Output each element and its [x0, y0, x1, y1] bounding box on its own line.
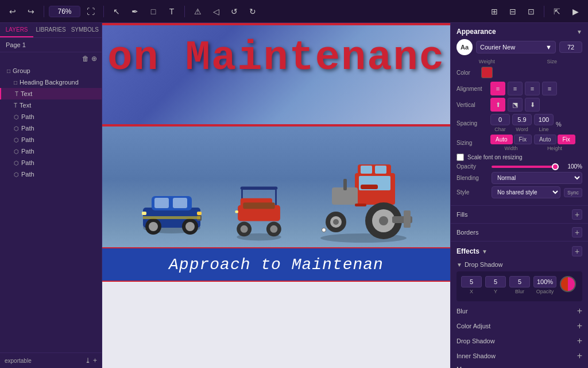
add-drop-shadow2-btn[interactable]: +	[577, 336, 582, 346]
mirror-tool[interactable]: ◁	[208, 3, 224, 20]
width-fix-btn[interactable]: Fix	[514, 135, 532, 144]
play-btn[interactable]: ▶	[567, 3, 583, 20]
tab-layers[interactable]: LAYERS	[0, 23, 33, 37]
more-btn[interactable]: ⊡	[523, 3, 539, 20]
delete-layer-btn[interactable]: 🗑	[82, 55, 89, 63]
svg-rect-9	[142, 212, 146, 215]
style-select[interactable]: No shared style	[492, 186, 560, 198]
add-color-adjust-btn[interactable]: +	[577, 321, 582, 331]
grid-btn[interactable]: ⊟	[505, 3, 521, 20]
blending-select[interactable]: Normal	[492, 172, 582, 184]
vertical-middle-btn[interactable]: ⬔	[508, 98, 523, 112]
layer-path5[interactable]: ⬡ Path	[0, 157, 102, 168]
path5-icon: ⬡	[14, 160, 19, 166]
opacity-slider[interactable]	[492, 166, 559, 168]
add-fill-btn[interactable]: +	[572, 209, 582, 220]
text-tool[interactable]: T	[164, 3, 180, 20]
more-label: More	[457, 366, 471, 368]
font-name: Courier New	[480, 44, 515, 51]
font-icon: Aa	[457, 39, 473, 55]
layer-text1[interactable]: T Text	[0, 88, 102, 99]
align-left-btn[interactable]: ≡	[490, 82, 505, 95]
export-btn[interactable]: ⇱	[549, 3, 565, 20]
vertical-bottom-btn[interactable]: ⬇	[525, 98, 540, 112]
canvas-area[interactable]: on Maintenanc	[102, 23, 450, 368]
layer-path2[interactable]: ⬡ Path	[0, 122, 102, 134]
font-size-input[interactable]	[559, 41, 582, 53]
char-label: Char	[494, 126, 506, 132]
golf-cart-svg	[230, 176, 288, 245]
text1-icon: T	[15, 91, 18, 97]
layer-text2[interactable]: T Text	[0, 99, 102, 111]
tab-symbols[interactable]: SYMBOLS	[68, 23, 102, 37]
word-spacing-input[interactable]	[512, 114, 532, 125]
align-right-btn[interactable]: ≡	[525, 82, 540, 95]
add-border-btn[interactable]: +	[572, 227, 582, 237]
ds-x-input[interactable]	[461, 276, 482, 288]
width-auto-btn[interactable]: Auto	[490, 135, 513, 144]
inner-shadow-row: Inner Shadow +	[457, 350, 582, 362]
ds-y-input[interactable]	[485, 276, 506, 288]
component-btn[interactable]: ⊞	[486, 3, 502, 20]
layer-heading-bg[interactable]: □ Heading Background	[0, 76, 102, 88]
svg-rect-29	[375, 166, 386, 174]
redo-button[interactable]: ↪	[23, 3, 39, 20]
svg-rect-12	[143, 216, 200, 219]
layer-path1[interactable]: ⬡ Path	[0, 111, 102, 122]
ds-y-label: Y	[494, 289, 497, 294]
page-label: Page 1	[6, 41, 26, 48]
color-swatch[interactable]	[481, 67, 493, 78]
more-layer-btn[interactable]: ⊕	[91, 55, 97, 63]
width-sz-label: Width	[504, 145, 517, 151]
vertical-top-btn[interactable]: ⬆	[490, 98, 505, 112]
char-spacing-input[interactable]	[490, 114, 510, 125]
scale-font-checkbox[interactable]	[457, 154, 464, 161]
height-auto-btn[interactable]: Auto	[534, 135, 556, 144]
select-tool[interactable]: ↖	[109, 3, 125, 20]
line-spacing-input[interactable]	[534, 114, 554, 125]
sync-button[interactable]: Sync	[564, 188, 582, 197]
selection-handle-top	[322, 228, 326, 232]
opacity-label: Opacity	[457, 163, 488, 170]
layer-group[interactable]: □ Group	[0, 65, 102, 76]
sizing-label: Sizing	[457, 140, 488, 146]
layer-path3[interactable]: ⬡ Path	[0, 134, 102, 145]
tab-libraries[interactable]: LIBRARIES	[33, 23, 68, 37]
font-selector[interactable]: Courier New ▼	[476, 41, 556, 53]
effects-title: Effects	[457, 247, 479, 255]
align-justify-btn[interactable]: ≡	[542, 82, 557, 95]
svg-point-21	[241, 225, 248, 233]
svg-rect-28	[361, 166, 372, 174]
height-fix-btn[interactable]: Fix	[558, 135, 575, 144]
alignment-label: Alignment	[457, 86, 488, 92]
svg-rect-42	[355, 204, 366, 206]
text2-icon: T	[14, 102, 17, 109]
sidebar: LAYERS LIBRARIES SYMBOLS Page 1 🗑 ⊕ □ Gr…	[0, 23, 102, 368]
export-layer-btn[interactable]: ⤓	[85, 356, 91, 365]
drop-shadow2-row: Drop Shadow +	[457, 335, 582, 347]
layers-list: □ Group □ Heading Background T Text T Te…	[0, 65, 102, 352]
ds-opacity-input[interactable]	[533, 276, 556, 288]
zoom-input[interactable]: 76%	[49, 6, 80, 17]
path1-icon: ⬡	[14, 114, 19, 120]
ds-blur-input[interactable]	[509, 276, 530, 288]
undo-button[interactable]: ↩	[5, 3, 21, 20]
add-layer-btn[interactable]: +	[93, 356, 97, 365]
rotate-ccw[interactable]: ↺	[226, 3, 242, 20]
shape-tool[interactable]: □	[145, 3, 161, 20]
size-label: Size	[522, 59, 583, 64]
drop-shadow-chevron[interactable]: ▼	[457, 262, 462, 268]
fit-button[interactable]: ⛶	[83, 3, 99, 20]
layer-path6[interactable]: ⬡ Path	[0, 168, 102, 180]
align-center-btn[interactable]: ≡	[508, 82, 523, 95]
add-blur-btn[interactable]: +	[577, 306, 582, 316]
pen-tool[interactable]: ✒	[127, 3, 143, 20]
add-effect-btn[interactable]: +	[572, 246, 582, 256]
ds-color-swatch[interactable]	[560, 276, 576, 292]
warning-tool[interactable]: ⚠	[189, 3, 206, 20]
rotate-cw[interactable]: ↻	[245, 3, 261, 20]
text2-label: Text	[20, 102, 31, 109]
layer-path4[interactable]: ⬡ Path	[0, 145, 102, 157]
add-inner-shadow-btn[interactable]: +	[577, 351, 582, 361]
toolbar: ↩ ↪ 76% ⛶ ↖ ✒ □ T ⚠ ◁ ↺ ↻ ⊞ ⊟ ⊡ ⇱ ▶	[0, 0, 588, 23]
